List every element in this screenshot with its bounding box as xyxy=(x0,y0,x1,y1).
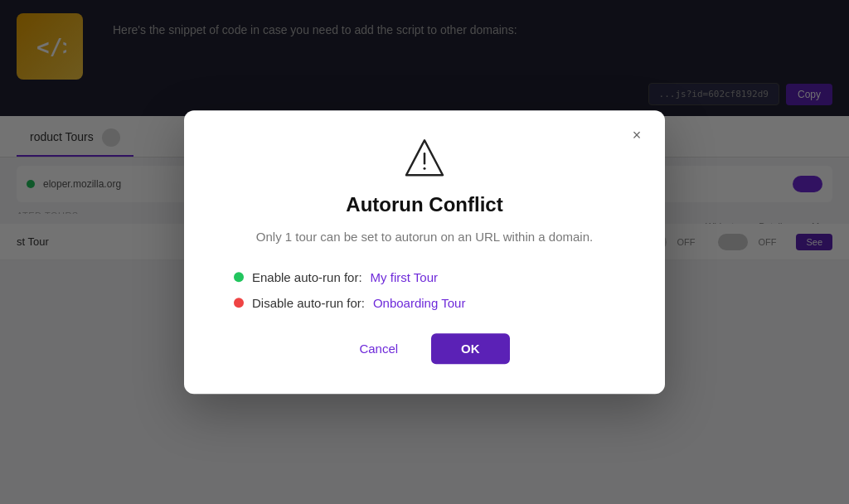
disable-tour-link[interactable]: Onboarding Tour xyxy=(373,296,465,310)
enable-tour-link[interactable]: My first Tour xyxy=(371,270,438,284)
enable-dot xyxy=(234,272,244,282)
cancel-button[interactable]: Cancel xyxy=(339,333,418,364)
enable-label: Enable auto-run for: xyxy=(252,270,362,284)
autorun-conflict-modal: × Autorun Conflict Only 1 tour can be se… xyxy=(184,110,665,394)
warning-icon xyxy=(403,137,446,180)
svg-point-2 xyxy=(424,167,426,170)
modal-actions: Cancel OK xyxy=(217,333,632,364)
disable-dot xyxy=(234,298,244,308)
disable-option: Disable auto-run for: Onboarding Tour xyxy=(234,296,615,310)
modal-title: Autorun Conflict xyxy=(217,193,632,216)
disable-label: Disable auto-run for: xyxy=(252,296,365,310)
modal-icon-wrap xyxy=(217,137,632,180)
enable-option: Enable auto-run for: My first Tour xyxy=(234,270,615,284)
modal-options: Enable auto-run for: My first Tour Disab… xyxy=(217,270,632,310)
modal-close-button[interactable]: × xyxy=(625,124,648,147)
ok-button[interactable]: OK xyxy=(431,333,510,364)
modal-subtitle: Only 1 tour can be set to autorun on an … xyxy=(217,228,632,247)
